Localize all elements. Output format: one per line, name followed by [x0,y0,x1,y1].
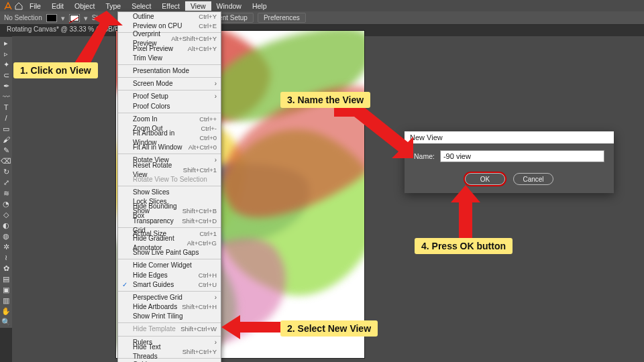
tool-pencil-icon[interactable]: ✎ [1,145,11,155]
svg-marker-2 [334,105,413,158]
tool-blend-icon[interactable]: ≀ [1,253,11,262]
menu-item-overprint-preview[interactable]: Overprint PreviewAlt+Shift+Ctrl+Y [118,34,221,44]
menu-item-smart-guides[interactable]: Smart GuidesCtrl+U [118,280,221,290]
prefs-button[interactable]: Preferences [258,13,306,23]
ok-button[interactable]: OK [465,173,505,185]
tool-type-icon[interactable]: T [1,103,11,112]
tool-brush-icon[interactable]: 🖌 [1,135,11,144]
tool-scale-icon[interactable]: ⤢ [1,178,11,187]
view-name-input[interactable] [440,150,604,162]
tool-select-icon[interactable]: ▸ [1,38,11,48]
menu-item-show-slices[interactable]: Show Slices [118,188,221,197]
annotation-step-3: 3. Name the View [280,92,370,108]
tool-pen-icon[interactable]: ✒ [1,81,11,90]
annotation-step-2: 2. Select New View [280,320,378,337]
tool-magic-icon[interactable]: ✦ [1,60,11,69]
tool-graph-icon[interactable]: ▤ [1,274,11,284]
tool-zoom-icon[interactable]: 🔍 [1,317,11,326]
menu-item-fit-all-in-window[interactable]: Fit All in WindowAlt+Ctrl+0 [118,143,221,152]
menu-item-presentation-mode[interactable]: Presentation Mode [118,66,221,76]
tool-line-icon[interactable]: / [1,113,11,123]
menu-help[interactable]: Help [247,1,272,11]
menu-effect[interactable]: Effect [156,1,185,11]
menu-item-trim-view[interactable]: Trim View [118,54,221,63]
menu-item-hide-text-threads[interactable]: Hide Text ThreadsShift+Ctrl+Y [118,347,221,357]
menu-item-hide-template: Hide TemplateShift+Ctrl+W [118,324,221,334]
tool-strip: ▸▹✦⊂✒〰T/▭🖌✎⌫↻⤢≋◔◇◐◍✲≀✿▤▣▥✋🔍 [0,37,12,328]
app-menubar: File Edit Object Type Select Effect View… [0,0,644,11]
dialog-name-label: Name: [414,152,435,160]
cancel-button[interactable]: Cancel [513,173,553,185]
arrow-1-icon [70,11,124,64]
menu-item-proof-colors[interactable]: Proof Colors [118,102,221,111]
canvas-stage [12,36,644,362]
tool-curve-icon[interactable]: 〰 [1,92,11,101]
menu-file[interactable]: File [24,1,46,11]
menu-item-reset-rotate-view[interactable]: Reset Rotate ViewShift+Ctrl+1 [118,166,221,175]
tool-width-icon[interactable]: ≋ [1,188,11,198]
menu-view[interactable]: View [185,1,211,11]
tool-shaper-icon[interactable]: ◇ [1,210,11,219]
menu-item-fit-artboard-in-window[interactable]: Fit Artboard in WindowCtrl+0 [118,133,221,143]
tool-hand-icon[interactable]: ✋ [1,306,11,316]
arrow-2-icon [221,312,282,342]
no-selection-label: No Selection [4,14,42,21]
tool-gradient-icon[interactable]: ◐ [1,221,11,230]
fill-swatch[interactable] [46,14,57,22]
menu-item-perspective-grid[interactable]: Perspective Grid [118,293,221,302]
menu-select[interactable]: Select [126,1,156,11]
tool-rect-icon[interactable]: ▭ [1,124,11,133]
menu-item-screen-mode[interactable]: Screen Mode [118,79,221,88]
menu-item-hide-corner-widget[interactable]: Hide Corner Widget [118,261,221,270]
tool-eyedropper-icon[interactable]: ◍ [1,231,11,241]
menu-item-show-transparency-grid[interactable]: Show Transparency GridShift+Ctrl+D [118,217,221,226]
menu-edit[interactable]: Edit [46,1,69,11]
menu-item-show-print-tiling[interactable]: Show Print Tiling [118,312,221,321]
tool-mesh-icon[interactable]: ✲ [1,242,11,251]
tool-artboard-icon[interactable]: ▣ [1,285,11,294]
home-icon[interactable] [13,1,24,11]
svg-marker-3 [451,185,480,240]
tool-direct-icon[interactable]: ▹ [1,49,11,58]
menu-item-zoom-in[interactable]: Zoom InCtrl++ [118,115,221,124]
menu-item-rotate-view-to-selection: Rotate View To Selection [118,175,221,184]
menu-object[interactable]: Object [69,1,100,11]
tool-eraser-icon[interactable]: ⌫ [1,156,11,166]
tool-slice-icon[interactable]: ▥ [1,296,11,305]
tool-warp-icon[interactable]: ◔ [1,199,11,208]
menu-window[interactable]: Window [211,1,247,11]
annotation-step-4: 4. Press OK button [415,238,513,254]
menu-item-hide-edges[interactable]: Hide EdgesCtrl+H [118,271,221,280]
menu-item-show-live-paint-gaps[interactable]: Show Live Paint Gaps [118,248,221,257]
new-view-dialog: New View Name: OK Cancel [405,131,614,193]
app-logo-icon [3,1,13,11]
menu-type[interactable]: Type [100,1,126,11]
annotation-step-1: 1. Click on View [13,62,98,78]
tool-symbol-icon[interactable]: ✿ [1,263,11,273]
tool-rotate-icon[interactable]: ↻ [1,167,11,176]
svg-marker-1 [221,315,282,339]
arrow-3-icon [334,105,415,158]
view-menu-dropdown: OutlineCtrl+YPreview on CPUCtrl+EOverpri… [117,11,221,362]
menu-item-hide-artboards[interactable]: Hide ArtboardsShift+Ctrl+H [118,302,221,312]
menu-item-proof-setup[interactable]: Proof Setup [118,92,221,101]
svg-marker-0 [74,11,123,63]
arrow-4-icon [449,185,482,240]
dialog-title: New View [405,131,614,143]
menu-item-pixel-preview[interactable]: Pixel PreviewAlt+Ctrl+Y [118,44,221,54]
menu-item-outline[interactable]: OutlineCtrl+Y [118,12,221,21]
tool-lasso-icon[interactable]: ⊂ [1,70,11,80]
menu-item-hide-gradient-annotator[interactable]: Hide Gradient AnnotatorAlt+Ctrl+G [118,239,221,248]
